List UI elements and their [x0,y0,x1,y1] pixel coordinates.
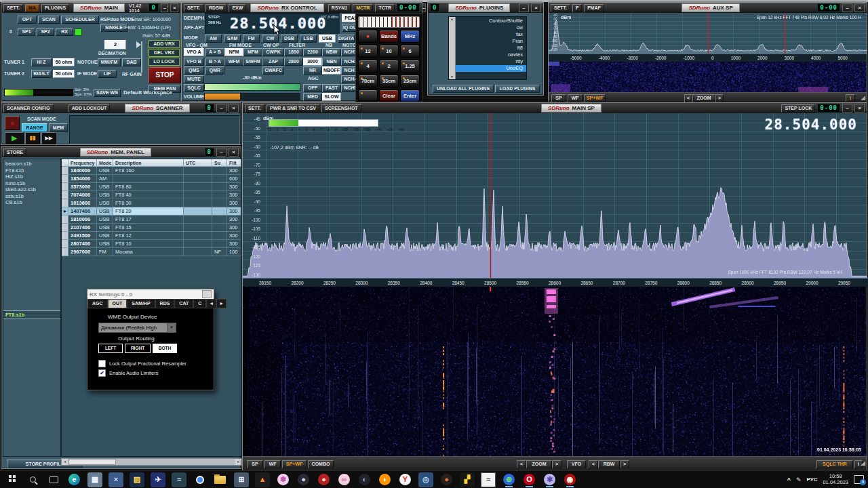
zoom-in-button[interactable]: > [715,94,724,102]
start-button[interactable] [4,472,19,487]
load-plugins-button[interactable]: LOAD PLUGINS [495,85,540,93]
vfo-button[interactable]: VFO [567,460,586,468]
resize-grip[interactable]: ◢ [861,94,865,101]
wave-app-icon[interactable]: ≈ [172,472,186,487]
minimize-button[interactable]: – [842,3,852,12]
dropdown-arrow-icon[interactable]: ▼ [167,323,176,332]
resize-grip[interactable]: ◢ [861,460,865,466]
rsyn1-button[interactable]: RSYN1 [328,4,351,12]
camera-app-icon[interactable]: ◉ [564,474,576,485]
scan-stop-button[interactable]: ■ [5,116,20,130]
f-button[interactable]: F [572,4,582,12]
save-workspace-button[interactable]: SAVE WS [94,89,121,97]
lo-lock-button[interactable]: LO LOCK [149,58,180,66]
keypad-key[interactable]: 12 [358,45,378,58]
col-su[interactable]: Su [212,159,227,167]
sett-button[interactable]: SETT. [245,104,264,113]
sett-button[interactable]: SETT. [551,4,570,12]
keypad-key[interactable]: 2 [379,60,399,73]
agc-fast-button[interactable]: FAST [322,84,341,92]
keypad-key[interactable]: MHz [400,30,420,43]
x-app-icon[interactable]: × [108,472,123,487]
tuner1-hiz-button[interactable]: HI Z [31,58,52,66]
memory-table-row[interactable]: 1013600 USB FT8 30 300 [62,199,241,207]
minimize-button[interactable]: – [216,104,226,113]
keypad-key[interactable]: 33cm [379,75,399,87]
task-view-button[interactable] [46,472,61,487]
memory-table-row[interactable]: 2107400 USB FT8 15 300 [62,224,241,232]
rdsw-button[interactable]: RDSW [205,4,226,12]
settings-tab[interactable]: SAM/HP [127,299,155,308]
mode-button[interactable]: FM [243,35,260,43]
mute-button[interactable]: MUTE [184,75,204,83]
vfo-a-button[interactable]: VFO A [184,48,204,56]
agc-med-button[interactable]: MED [303,93,322,101]
scan-button[interactable]: SCAN [38,16,60,24]
tray-chevron-icon[interactable]: ^ [787,476,791,483]
keypad-key[interactable]: 4 [358,60,378,73]
deemph-label[interactable]: DEEMPH [184,16,204,20]
scan-mem-button[interactable]: MEM [49,123,68,132]
del-vrx-button[interactable]: DEL VRX [149,49,180,57]
scroll-right-icon[interactable]: ► [235,459,241,465]
settings-tab[interactable]: AGC [87,299,108,308]
scrollbar-thumb[interactable] [68,459,116,465]
keypad-key[interactable]: 6 [400,45,420,58]
if-lif-button[interactable]: LIF [98,70,117,78]
nboff-button[interactable]: NBOFF [322,66,341,75]
sdruno-icon[interactable]: ≈ [481,472,496,487]
photos-app-icon[interactable]: ▨ [130,472,144,487]
volume-slider[interactable] [204,93,300,100]
scroll-down-icon[interactable]: ▼ [449,75,455,79]
col-mode[interactable]: Mode [97,159,113,167]
close-button[interactable]: × [854,3,865,12]
memory-table-row[interactable]: 3573000 USB FT8 80 300 [62,183,241,191]
agc-off-button[interactable]: OFF [303,84,322,92]
keypad-key[interactable]: Bands [379,30,399,43]
bank-file-item[interactable]: FT8.s1b [3,167,60,174]
memory-table-row[interactable]: 7074000 USB FT8 40 300 [62,191,241,199]
bank-file-item[interactable]: beacon.s1b [3,161,60,167]
mode-button[interactable]: DIGITAL [338,35,355,43]
combo-view-button[interactable]: COMBO [308,460,334,468]
edge-icon[interactable]: e [68,474,80,485]
plane-app-icon[interactable]: ✈ [151,472,165,487]
keypad-key[interactable]: Enter [400,89,420,102]
bank-file-item[interactable]: HiZ.s1b [3,174,60,180]
a-to-b-button[interactable]: A > B [205,48,224,56]
minimize-button[interactable]: – [422,3,426,12]
plugin-list-item[interactable]: Fran [456,38,526,45]
sp-view-button[interactable]: SP [551,94,566,102]
unload-all-plugins-button[interactable]: UNLOAD ALL PLUGINS [433,85,494,93]
mctr-button[interactable]: MCTR [353,4,373,12]
settings-tab[interactable]: RDS [155,299,175,308]
qms-button[interactable]: QMS [184,66,204,75]
keypad-key[interactable]: 23cm [400,75,420,87]
language-indicator[interactable]: РУС [806,476,817,483]
minimize-button[interactable]: – [216,148,226,157]
scheduler-button[interactable]: SCHEDULER [61,16,99,24]
keypad-key[interactable]: ● [358,30,378,43]
scroll-left-icon[interactable]: ◄ [62,459,68,465]
stop-button[interactable]: STOP [149,67,181,83]
rf-gain-handle[interactable] [136,41,144,48]
memory-table-row[interactable]: 1810000 USB FT8 17 300 [62,216,241,224]
tuner2-50ohm-button[interactable]: 50 ohm [53,70,75,78]
vfo-b-button[interactable]: VFO B [184,58,204,66]
mode-button[interactable]: DSB [281,35,298,43]
yandex-icon[interactable]: Y [399,474,411,485]
plugin-list-item[interactable]: UnoEQ [456,65,526,72]
wfm-button[interactable]: WFM [224,58,243,66]
output-device-select[interactable]: Динамики (Realtek High ▼ [98,323,176,333]
memory-table-row[interactable]: 1407400 USB FT8 20 300 [62,207,241,216]
qmr-button[interactable]: QMR [205,66,224,75]
tabs-scroll-right-icon[interactable]: ► [216,299,226,308]
wf-view-button[interactable]: WF [568,94,583,102]
settings-tab[interactable]: OUT [108,299,127,308]
zoom-out-button[interactable]: < [517,460,526,468]
sp2-button[interactable]: SP2 [37,28,54,36]
cwpk-button[interactable]: CWPK [262,48,284,56]
col-frequency[interactable]: Frequency [68,159,97,167]
filter-1800-button[interactable]: 1800 [284,48,303,56]
notification-icon[interactable]: 3 [854,475,864,484]
